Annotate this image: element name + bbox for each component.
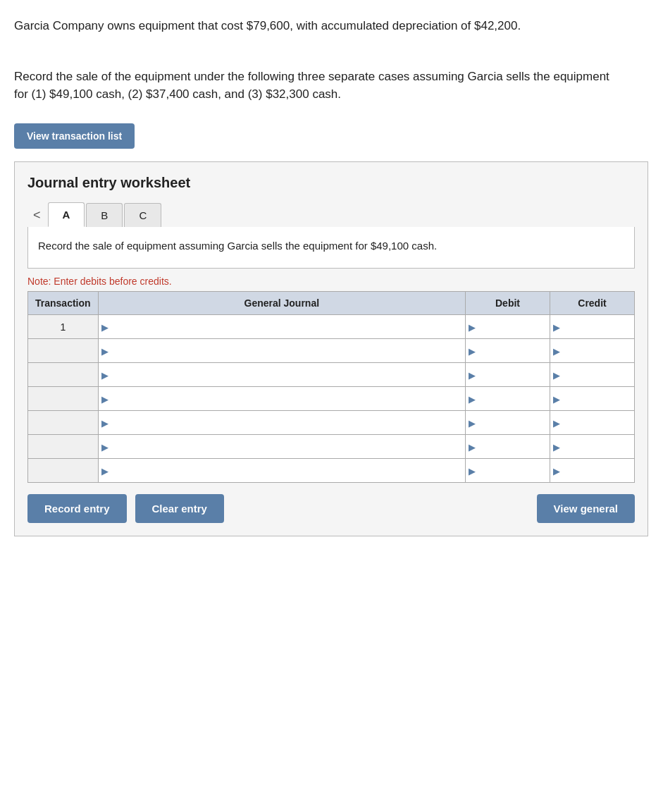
col-header-debit: Debit (466, 292, 550, 315)
view-transaction-list-button[interactable]: View transaction list (14, 123, 135, 149)
cell-arrow-icon: ▶ (553, 321, 560, 332)
cell-arrow-icon: ▶ (553, 345, 560, 356)
debit-cell[interactable]: ▶ (466, 387, 550, 411)
transaction-num-cell (28, 339, 99, 363)
problem-paragraph1: Garcia Company owns equipment that cost … (14, 17, 620, 35)
table-row: ▶▶▶ (28, 387, 635, 411)
cell-arrow-icon: ▶ (101, 321, 109, 332)
credit-input[interactable] (550, 411, 634, 434)
table-row: ▶▶▶ (28, 459, 635, 483)
cell-arrow-icon: ▶ (469, 393, 476, 404)
cell-arrow-icon: ▶ (101, 441, 109, 452)
debit-cell[interactable]: ▶ (466, 411, 550, 435)
credit-cell[interactable]: ▶ (550, 459, 635, 483)
tab-c[interactable]: C (124, 203, 161, 227)
transaction-num-cell (28, 363, 99, 387)
cell-arrow-icon: ▶ (101, 393, 109, 404)
cell-arrow-icon: ▶ (101, 345, 109, 356)
debit-input[interactable] (466, 435, 550, 458)
debit-cell[interactable]: ▶ (466, 363, 550, 387)
buttons-row: Record entry Clear entry View general (27, 483, 635, 536)
col-header-credit: Credit (550, 292, 635, 315)
general-journal-cell[interactable]: ▶ (98, 411, 465, 435)
transaction-num-cell (28, 387, 99, 411)
general-journal-input[interactable] (99, 339, 465, 362)
debit-cell[interactable]: ▶ (466, 315, 550, 339)
tab-b[interactable]: B (86, 203, 123, 227)
debit-cell[interactable]: ▶ (466, 339, 550, 363)
cell-arrow-icon: ▶ (553, 465, 560, 476)
worksheet-title: Journal entry worksheet (27, 175, 635, 191)
tab-content: Record the sale of equipment assuming Ga… (27, 227, 635, 269)
cell-arrow-icon: ▶ (553, 441, 560, 452)
table-row: ▶▶▶ (28, 363, 635, 387)
cell-arrow-icon: ▶ (553, 417, 560, 428)
tabs-row: < A B C (27, 202, 635, 227)
debit-cell[interactable]: ▶ (466, 459, 550, 483)
general-journal-cell[interactable]: ▶ (98, 315, 465, 339)
credit-input[interactable] (550, 339, 634, 362)
cell-arrow-icon: ▶ (101, 369, 109, 380)
debit-input[interactable] (466, 315, 550, 338)
view-general-button[interactable]: View general (537, 494, 635, 523)
col-header-transaction: Transaction (28, 292, 99, 315)
table-row: 1▶▶▶ (28, 315, 635, 339)
credit-input[interactable] (550, 387, 634, 410)
transaction-num-cell: 1 (28, 315, 99, 339)
general-journal-input[interactable] (99, 411, 465, 434)
credit-cell[interactable]: ▶ (550, 387, 635, 411)
transaction-num-cell (28, 435, 99, 459)
cell-arrow-icon: ▶ (553, 393, 560, 404)
cell-arrow-icon: ▶ (469, 369, 476, 380)
transaction-num-cell (28, 411, 99, 435)
debit-cell[interactable]: ▶ (466, 435, 550, 459)
cell-arrow-icon: ▶ (469, 417, 476, 428)
table-row: ▶▶▶ (28, 339, 635, 363)
credit-cell[interactable]: ▶ (550, 315, 635, 339)
credit-input[interactable] (550, 435, 634, 458)
general-journal-cell[interactable]: ▶ (98, 459, 465, 483)
debit-input[interactable] (466, 387, 550, 410)
general-journal-cell[interactable]: ▶ (98, 339, 465, 363)
tab-prev-chevron[interactable]: < (27, 204, 47, 227)
cell-arrow-icon: ▶ (101, 417, 109, 428)
cell-arrow-icon: ▶ (469, 465, 476, 476)
debit-input[interactable] (466, 459, 550, 482)
cell-arrow-icon: ▶ (469, 345, 476, 356)
credit-input[interactable] (550, 363, 634, 386)
tab-a[interactable]: A (48, 202, 85, 227)
cell-arrow-icon: ▶ (101, 465, 109, 476)
note-text: Note: Enter debits before credits. (27, 276, 635, 287)
debit-input[interactable] (466, 363, 550, 386)
general-journal-input[interactable] (99, 363, 465, 386)
transaction-num-cell (28, 459, 99, 483)
general-journal-input[interactable] (99, 459, 465, 482)
cell-arrow-icon: ▶ (469, 441, 476, 452)
credit-cell[interactable]: ▶ (550, 435, 635, 459)
general-journal-cell[interactable]: ▶ (98, 435, 465, 459)
general-journal-input[interactable] (99, 435, 465, 458)
problem-paragraph2: Record the sale of the equipment under t… (14, 68, 620, 104)
general-journal-cell[interactable]: ▶ (98, 363, 465, 387)
journal-entry-worksheet: Journal entry worksheet < A B C Record t… (14, 161, 648, 537)
tab-description: Record the sale of equipment assuming Ga… (38, 238, 624, 254)
table-row: ▶▶▶ (28, 435, 635, 459)
debit-input[interactable] (466, 339, 550, 362)
credit-cell[interactable]: ▶ (550, 339, 635, 363)
general-journal-input[interactable] (99, 387, 465, 410)
col-header-general-journal: General Journal (98, 292, 465, 315)
cell-arrow-icon: ▶ (553, 369, 560, 380)
record-entry-button[interactable]: Record entry (27, 494, 127, 523)
debit-input[interactable] (466, 411, 550, 434)
cell-arrow-icon: ▶ (469, 321, 476, 332)
credit-input[interactable] (550, 459, 634, 482)
credit-cell[interactable]: ▶ (550, 363, 635, 387)
table-row: ▶▶▶ (28, 411, 635, 435)
clear-entry-button[interactable]: Clear entry (135, 494, 224, 523)
general-journal-input[interactable] (99, 315, 465, 338)
credit-input[interactable] (550, 315, 634, 338)
credit-cell[interactable]: ▶ (550, 411, 635, 435)
general-journal-cell[interactable]: ▶ (98, 387, 465, 411)
journal-table: Transaction General Journal Debit Credit… (27, 291, 635, 483)
